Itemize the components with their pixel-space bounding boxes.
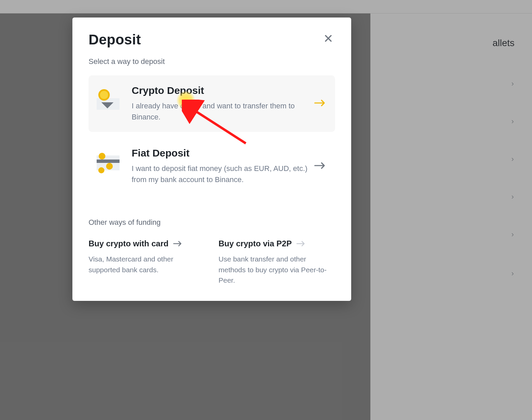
option-crypto-deposit[interactable]: Crypto Deposit I already have crypto and… bbox=[89, 75, 335, 132]
other-buy-with-card[interactable]: Buy crypto with card Visa, Mastercard an… bbox=[89, 239, 205, 286]
modal-subtitle: Select a way to deposit bbox=[89, 57, 335, 66]
fiat-deposit-icon bbox=[95, 149, 122, 176]
other-funding-grid: Buy crypto with card Visa, Mastercard an… bbox=[89, 239, 335, 286]
other-funding-header: Other ways of funding bbox=[89, 218, 335, 227]
option-fiat-deposit[interactable]: Fiat Deposit I want to deposit fiat mone… bbox=[89, 138, 335, 195]
option-title: Fiat Deposit bbox=[132, 147, 312, 159]
option-desc: I want to deposit fiat money (such as EU… bbox=[132, 163, 312, 185]
arrow-right-icon bbox=[314, 161, 326, 172]
close-icon bbox=[324, 34, 333, 43]
svg-rect-6 bbox=[97, 160, 120, 163]
other-desc: Visa, Mastercard and other supported ban… bbox=[89, 254, 205, 275]
option-title: Crypto Deposit bbox=[132, 85, 312, 96]
other-desc: Use bank transfer and other methods to b… bbox=[219, 254, 335, 286]
other-title: Buy crypto with card bbox=[89, 239, 168, 248]
arrow-right-icon bbox=[296, 240, 306, 248]
svg-point-3 bbox=[100, 91, 108, 99]
close-button[interactable] bbox=[322, 32, 335, 45]
modal-title: Deposit bbox=[89, 32, 141, 48]
other-title: Buy crypto via P2P bbox=[219, 239, 292, 248]
other-buy-via-p2p[interactable]: Buy crypto via P2P Use bank transfer and… bbox=[219, 239, 335, 286]
arrow-right-icon bbox=[173, 240, 183, 248]
svg-point-8 bbox=[106, 163, 113, 170]
arrow-right-icon bbox=[314, 98, 326, 109]
deposit-modal: Deposit Select a way to deposit Crypto D… bbox=[72, 18, 351, 301]
option-desc: I already have crypto and want to transf… bbox=[132, 100, 312, 123]
svg-point-7 bbox=[99, 153, 105, 160]
deposit-options: Crypto Deposit I already have crypto and… bbox=[89, 75, 335, 195]
svg-point-9 bbox=[98, 167, 104, 173]
crypto-deposit-icon bbox=[95, 87, 122, 114]
